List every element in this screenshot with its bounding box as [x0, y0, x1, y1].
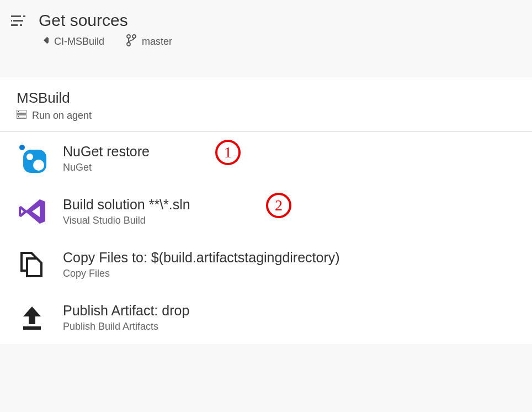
task-title: NuGet restore — [63, 144, 515, 160]
phase-subtitle: Run on agent — [32, 110, 92, 122]
task-text: Copy Files to: $(build.artifactstagingdi… — [63, 250, 515, 279]
svg-rect-12 — [18, 111, 19, 112]
task-subtitle: Copy Files — [63, 268, 515, 279]
svg-rect-0 — [11, 15, 21, 17]
branch-icon — [126, 34, 136, 49]
visual-studio-icon — [17, 196, 47, 227]
task-nuget-restore[interactable]: NuGet restore NuGet 1 — [0, 132, 532, 185]
repo-name: CI-MSBuild — [54, 36, 104, 47]
branch-name: master — [142, 36, 172, 47]
nuget-icon — [17, 143, 47, 174]
svg-rect-13 — [18, 116, 19, 117]
header-content: Get sources CI-MSBuild — [39, 11, 521, 49]
svg-point-14 — [19, 145, 25, 150]
header-meta: CI-MSBuild master — [39, 34, 521, 49]
repo-icon — [39, 35, 49, 48]
repo-meta[interactable]: CI-MSBuild — [39, 35, 104, 48]
task-publish-artifact[interactable]: Publish Artifact: drop Publish Build Art… — [0, 291, 532, 344]
phase-header[interactable]: MSBuild Run on agent — [0, 77, 532, 132]
task-copy-files[interactable]: Copy Files to: $(build.artifactstagingdi… — [0, 238, 532, 291]
task-title: Copy Files to: $(build.artifactstagingdi… — [63, 250, 515, 266]
svg-point-7 — [127, 35, 130, 38]
callout-1: 1 — [215, 140, 241, 165]
phase-subtitle-row: Run on agent — [17, 110, 515, 122]
svg-point-17 — [33, 160, 44, 171]
branch-meta[interactable]: master — [126, 34, 172, 49]
agent-icon — [17, 110, 26, 122]
task-subtitle: Publish Build Artifacts — [63, 321, 515, 332]
svg-point-8 — [132, 35, 136, 38]
svg-rect-1 — [23, 15, 25, 17]
svg-rect-3 — [11, 20, 12, 22]
svg-point-9 — [127, 43, 130, 46]
get-sources-header[interactable]: Get sources CI-MSBuild — [0, 0, 532, 60]
task-text: NuGet restore NuGet — [63, 144, 515, 173]
task-subtitle: NuGet — [63, 162, 515, 173]
svg-point-16 — [26, 154, 33, 160]
phase-title: MSBuild — [17, 89, 515, 107]
svg-rect-4 — [11, 24, 18, 26]
task-text: Publish Artifact: drop Publish Build Art… — [63, 303, 515, 332]
publish-icon — [17, 302, 47, 333]
svg-rect-6 — [44, 37, 49, 44]
task-subtitle: Visual Studio Build — [63, 215, 515, 226]
copy-files-icon — [17, 249, 47, 280]
svg-rect-2 — [13, 20, 23, 22]
sources-icon — [11, 15, 28, 27]
task-title: Publish Artifact: drop — [63, 303, 515, 319]
task-list: NuGet restore NuGet 1 Build solution **\… — [0, 132, 532, 344]
task-build-solution[interactable]: Build solution **\*.sln Visual Studio Bu… — [0, 185, 532, 238]
callout-2: 2 — [266, 193, 291, 218]
callout-2-label: 2 — [275, 197, 283, 214]
main-panel: MSBuild Run on agent — [0, 77, 532, 344]
header-title: Get sources — [39, 11, 521, 30]
svg-rect-5 — [20, 24, 22, 26]
callout-1-label: 1 — [224, 144, 232, 161]
svg-rect-18 — [23, 326, 41, 330]
